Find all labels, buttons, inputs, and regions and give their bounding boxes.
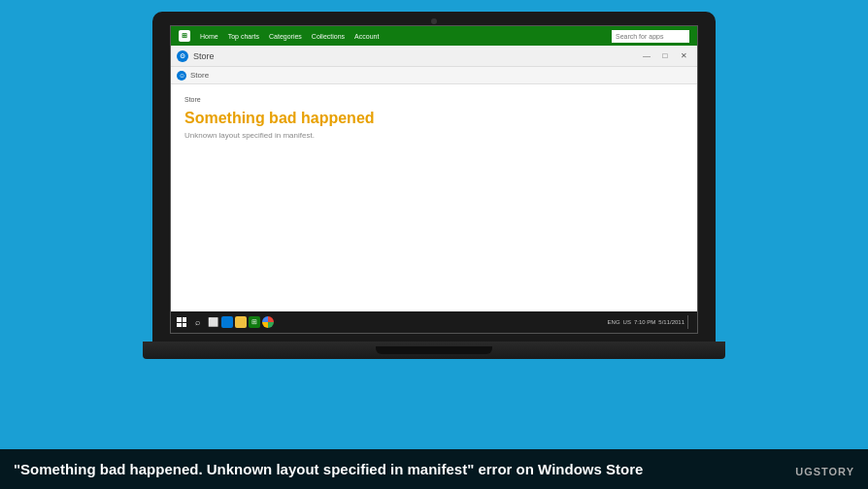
windows-start-button[interactable] [175, 315, 188, 329]
titlebar-controls: — □ ✕ [639, 50, 691, 62]
nav-item-home[interactable]: Home [200, 33, 218, 40]
close-button[interactable]: ✕ [676, 50, 691, 62]
search-taskbar-icon[interactable]: ⌕ [190, 315, 204, 329]
minimize-button[interactable]: — [639, 50, 654, 62]
chrome-icon[interactable] [262, 316, 274, 328]
nav-item-categories[interactable]: Categories [269, 33, 302, 40]
caption-logo: UGSTORY [795, 466, 854, 479]
taskbar-right: ENG US 7:10 PM 5/11/2011 [608, 315, 693, 329]
show-desktop-button[interactable] [687, 315, 693, 329]
caption-text: "Something bad happened. Unknown layout … [14, 459, 643, 479]
edge-icon[interactable] [221, 316, 233, 328]
store-titlebar-left: ⊙ Store [177, 50, 215, 62]
store-address-bar: ⊙ Store [171, 67, 697, 84]
screen-bezel: ⊞ Home Top charts Categories Collections… [152, 12, 716, 342]
screen: ⊞ Home Top charts Categories Collections… [170, 25, 698, 334]
search-input[interactable] [612, 30, 689, 43]
date: 5/11/2011 [658, 319, 684, 325]
address-text: Store [190, 71, 209, 80]
store-label: Store [184, 96, 684, 103]
store-navbar: ⊞ Home Top charts Categories Collections… [171, 26, 697, 46]
store-titlebar: ⊙ Store — □ ✕ [171, 46, 697, 67]
win-logo [177, 317, 186, 327]
store-taskbar-icon[interactable]: ⊞ [249, 316, 260, 328]
caption-strip: "Something bad happened. Unknown layout … [0, 449, 868, 489]
laptop-hinge [376, 346, 492, 354]
camera [431, 18, 437, 24]
taskbar-pinned-icons: ⊞ [221, 316, 274, 328]
maximize-button[interactable]: □ [657, 50, 673, 62]
laptop-wrapper: ⊞ Home Top charts Categories Collections… [152, 12, 716, 359]
store-content: Store Something bad happened Unknown lay… [171, 84, 697, 311]
taskbar: ⌕ ⬜ ⊞ ENG US 7:10 PM 5/11/2011 [171, 311, 697, 333]
nav-item-account[interactable]: Account [354, 33, 379, 40]
clock: 7:10 PM [634, 319, 655, 325]
laptop-bottom [143, 342, 725, 359]
window-title: Store [193, 51, 215, 61]
store-address-icon: ⊙ [177, 71, 186, 81]
error-title: Something bad happened [184, 109, 684, 127]
error-subtitle: Unknown layout specified in manifest. [184, 131, 684, 140]
region-indicator: US [623, 319, 631, 325]
store-icon-circle: ⊙ [177, 50, 188, 62]
nav-item-collections[interactable]: Collections [312, 33, 345, 40]
store-nav-logo: ⊞ [179, 30, 190, 42]
file-explorer-icon[interactable] [235, 316, 247, 328]
task-view-icon[interactable]: ⬜ [206, 315, 219, 329]
nav-item-topcharts[interactable]: Top charts [228, 33, 259, 40]
language-indicator: ENG [608, 319, 620, 325]
